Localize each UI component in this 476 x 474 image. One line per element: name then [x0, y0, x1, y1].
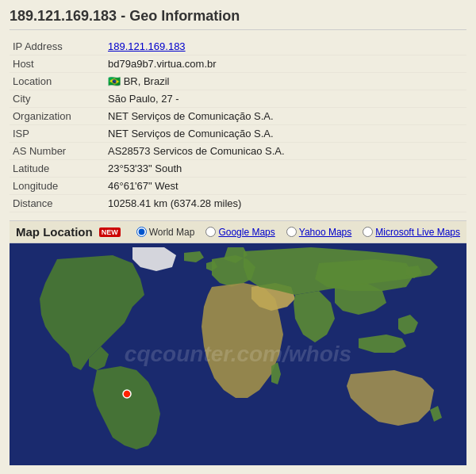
location-value: 🇧🇷 BR, Brazil: [105, 73, 466, 90]
map-radio-google[interactable]: [205, 227, 216, 237]
map-radio-microsoft[interactable]: [363, 227, 373, 237]
info-table: IP Address 189.121.169.183 Host bd79a9b7…: [10, 38, 466, 212]
location-text: BR, Brazil: [124, 75, 170, 87]
lon-label: Longitude: [10, 178, 105, 195]
page-container: 189.121.169.183 - Geo Information IP Add…: [0, 0, 476, 473]
map-option-yahoo[interactable]: Yahoo Maps: [286, 227, 352, 238]
location-flag: 🇧🇷: [108, 75, 121, 87]
map-radio-yahoo[interactable]: [286, 227, 297, 237]
ip-value: 189.121.169.183: [105, 38, 466, 55]
map-location-header: Map Location NEW World Map Google Maps Y…: [10, 220, 466, 243]
map-location-title: Map Location: [16, 225, 93, 239]
city-value: São Paulo, 27 -: [105, 90, 466, 108]
city-label: City: [10, 90, 105, 108]
ip-label: IP Address: [10, 38, 105, 55]
table-row-host: Host bd79a9b7.virtua.com.br: [10, 55, 466, 73]
table-row-as: AS Number AS28573 Servicos de Comunicao …: [10, 143, 466, 160]
new-badge: NEW: [99, 227, 121, 237]
table-row-org: Organization NET Serviços de Comunicação…: [10, 108, 466, 125]
table-row-city: City São Paulo, 27 -: [10, 90, 466, 108]
map-options: World Map Google Maps Yahoo Maps Microso…: [136, 227, 460, 238]
svg-point-1: [123, 390, 131, 398]
host-value: bd79a9b7.virtua.com.br: [105, 55, 466, 73]
map-option-microsoft[interactable]: Microsoft Live Maps: [363, 227, 460, 238]
map-option-world[interactable]: World Map: [136, 227, 195, 238]
dist-value: 10258.41 km (6374.28 miles): [105, 195, 466, 212]
map-option-google-label[interactable]: Google Maps: [218, 227, 274, 238]
map-option-world-label: World Map: [149, 227, 195, 238]
map-option-microsoft-label[interactable]: Microsoft Live Maps: [375, 227, 460, 238]
table-row-isp: ISP NET Serviços de Comunicação S.A.: [10, 125, 466, 143]
dist-label: Distance: [10, 195, 105, 212]
table-row-dist: Distance 10258.41 km (6374.28 miles): [10, 195, 466, 212]
map-option-yahoo-label[interactable]: Yahoo Maps: [299, 227, 352, 238]
host-label: Host: [10, 55, 105, 73]
location-label: Location: [10, 73, 105, 90]
ip-link[interactable]: 189.121.169.183: [108, 40, 186, 52]
as-value: AS28573 Servicos de Comunicao S.A.: [105, 143, 466, 160]
isp-value: NET Serviços de Comunicação S.A.: [105, 125, 466, 143]
table-row-ip: IP Address 189.121.169.183: [10, 38, 466, 55]
as-label: AS Number: [10, 143, 105, 160]
table-row-lat: Latitude 23°53'33" South: [10, 160, 466, 178]
map-radio-world[interactable]: [136, 227, 147, 237]
isp-label: ISP: [10, 125, 105, 143]
table-row-location: Location 🇧🇷 BR, Brazil: [10, 73, 466, 90]
org-value: NET Serviços de Comunicação S.A.: [105, 108, 466, 125]
lat-value: 23°53'33" South: [105, 160, 466, 178]
world-map-svg: [10, 243, 466, 465]
org-label: Organization: [10, 108, 105, 125]
lat-label: Latitude: [10, 160, 105, 178]
page-title: 189.121.169.183 - Geo Information: [10, 8, 466, 30]
lon-value: 46°61'67" West: [105, 178, 466, 195]
map-option-google[interactable]: Google Maps: [205, 227, 274, 238]
map-container: cqcounter.com/whois: [10, 243, 466, 465]
table-row-lon: Longitude 46°61'67" West: [10, 178, 466, 195]
